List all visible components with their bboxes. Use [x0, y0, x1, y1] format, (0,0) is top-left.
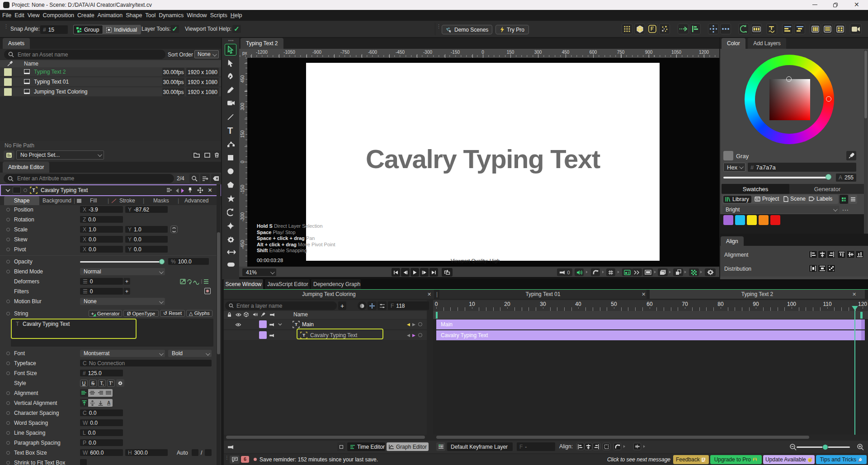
svg-text:T: T	[32, 188, 35, 193]
svg-text:T: T	[295, 322, 297, 327]
svg-text:A: A	[107, 400, 110, 405]
svg-text:T: T	[302, 333, 305, 338]
